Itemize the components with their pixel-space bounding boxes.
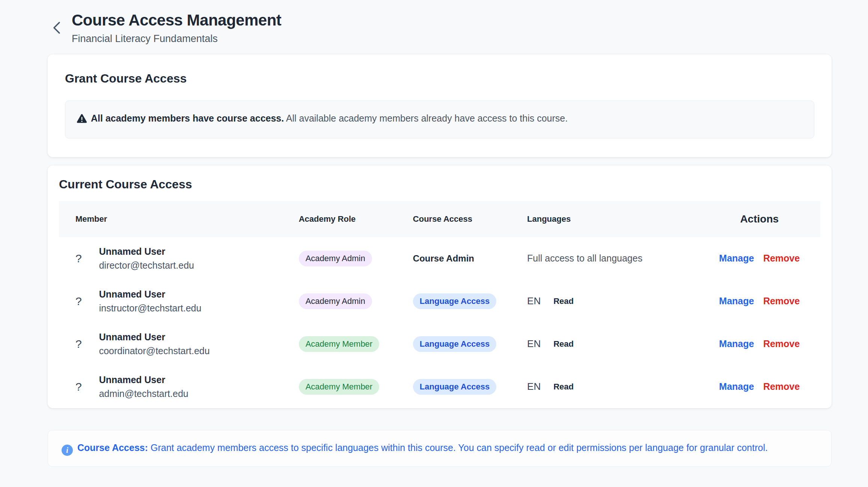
language-code: EN [527, 338, 541, 350]
chevron-left-icon [52, 20, 62, 35]
current-course-access-card: Current Course Access Member Academy Rol… [48, 165, 832, 408]
member-name: Unnamed User [99, 246, 194, 257]
member-email: director@techstart.edu [99, 260, 194, 271]
languages-cell: ENRead [523, 365, 698, 408]
table-row: ? Unnamed User coordinator@techstart.edu… [59, 323, 820, 365]
languages-cell: ENRead [523, 323, 698, 365]
access-card-heading: Current Course Access [59, 177, 820, 191]
manage-link[interactable]: Manage [719, 381, 754, 392]
language-code: EN [527, 381, 541, 392]
member-email: instructor@techstart.edu [99, 303, 202, 314]
member-email: admin@techstart.edu [99, 388, 188, 399]
course-access-table: Member Academy Role Course Access Langua… [59, 201, 820, 408]
remove-link[interactable]: Remove [763, 338, 800, 349]
title-block: Course Access Management Financial Liter… [72, 11, 281, 45]
table-header-row: Member Academy Role Course Access Langua… [59, 201, 820, 237]
member-name: Unnamed User [99, 289, 202, 300]
manage-link[interactable]: Manage [719, 338, 754, 349]
course-access-value: Language Access [413, 336, 496, 352]
academy-role-badge: Academy Member [299, 379, 380, 395]
column-header-course-access: Course Access [409, 201, 523, 237]
column-header-actions: Actions [698, 201, 820, 237]
alert-bold-text: All academy members have course access. [91, 113, 284, 123]
page-subtitle: Financial Literacy Fundamentals [72, 33, 281, 45]
languages-cell: ENRead [523, 280, 698, 323]
avatar: ? [75, 252, 82, 265]
member-email: coordinator@techstart.edu [99, 346, 210, 356]
page-header: Course Access Management Financial Liter… [49, 11, 832, 45]
full-access-label: Full access to all languages [527, 253, 642, 263]
manage-link[interactable]: Manage [719, 296, 754, 306]
language-permission: Read [553, 296, 574, 306]
page: Course Access Management Financial Liter… [0, 0, 868, 467]
language-permission: Read [553, 382, 574, 392]
column-header-languages: Languages [523, 201, 698, 237]
info-circle-icon: i [62, 445, 73, 456]
remove-link[interactable]: Remove [763, 253, 800, 263]
note-bold-text: Course Access: [77, 442, 148, 453]
course-access-value: Course Admin [413, 253, 474, 263]
avatar: ? [75, 338, 82, 350]
language-code: EN [527, 295, 541, 307]
avatar: ? [75, 295, 82, 308]
all-members-have-access-alert: All academy members have course access. … [65, 101, 814, 138]
member-name: Unnamed User [99, 332, 210, 343]
member-name: Unnamed User [99, 374, 188, 385]
page-title: Course Access Management [72, 11, 281, 29]
language-permission: Read [553, 339, 574, 349]
grant-course-access-card: Grant Course Access All academy members … [48, 54, 832, 157]
remove-link[interactable]: Remove [763, 296, 800, 306]
course-access-value: Language Access [413, 293, 496, 309]
academy-role-badge: Academy Admin [299, 293, 372, 309]
grant-card-heading: Grant Course Access [65, 72, 814, 86]
remove-link[interactable]: Remove [763, 381, 800, 392]
warning-triangle-icon [77, 114, 87, 127]
academy-role-badge: Academy Admin [299, 251, 372, 266]
alert-text: All available academy members already ha… [284, 113, 568, 123]
column-header-academy-role: Academy Role [295, 201, 409, 237]
table-row: ? Unnamed User director@techstart.edu Ac… [59, 237, 820, 280]
course-access-info-note: iCourse Access: Grant academy members ac… [48, 430, 832, 467]
table-row: ? Unnamed User instructor@techstart.edu … [59, 280, 820, 323]
course-access-value: Language Access [413, 379, 496, 395]
column-header-member: Member [59, 201, 295, 237]
manage-link[interactable]: Manage [719, 253, 754, 263]
academy-role-badge: Academy Member [299, 336, 380, 352]
languages-cell: Full access to all languages [523, 237, 698, 280]
avatar: ? [75, 380, 82, 393]
back-button[interactable] [49, 20, 64, 36]
table-row: ? Unnamed User admin@techstart.edu Acade… [59, 365, 820, 408]
note-text: Grant academy members access to specific… [148, 442, 768, 453]
